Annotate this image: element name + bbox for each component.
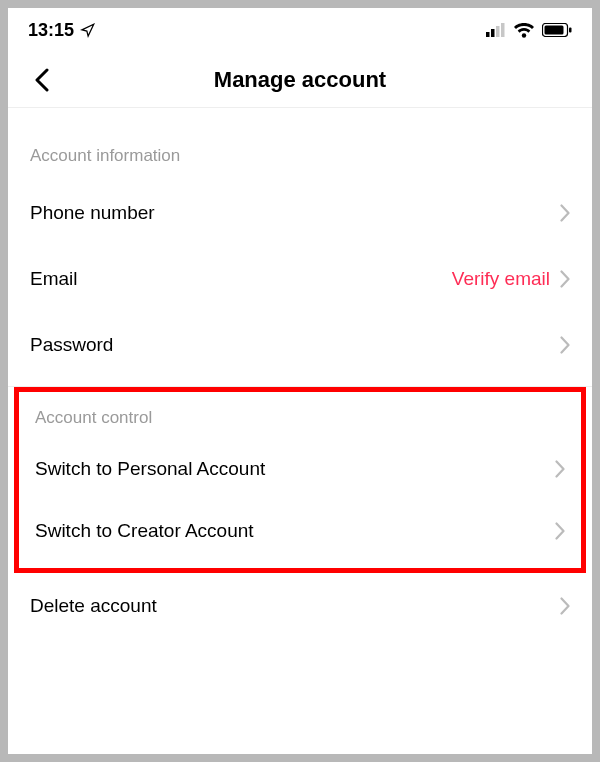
highlight-account-control: Account control Switch to Personal Accou… [14,387,586,573]
svg-point-4 [522,33,526,37]
chevron-right-icon [555,522,565,540]
row-switch-creator[interactable]: Switch to Creator Account [19,500,581,562]
row-label: Switch to Creator Account [35,520,254,542]
row-value-email: Verify email [452,268,550,290]
row-label: Email [30,268,78,290]
chevron-right-icon [555,460,565,478]
row-phone-number[interactable]: Phone number [8,180,592,246]
wifi-icon [514,23,534,38]
back-button[interactable] [22,60,62,100]
status-right [486,23,572,38]
location-icon [80,23,95,38]
status-time: 13:15 [28,20,74,41]
page-title: Manage account [8,67,592,93]
section-header-account-control: Account control [19,396,581,438]
svg-rect-0 [486,32,490,37]
svg-rect-1 [491,29,495,37]
chevron-right-icon [560,270,570,288]
svg-rect-2 [496,26,500,37]
svg-rect-3 [501,23,505,37]
battery-icon [542,23,572,37]
row-switch-personal[interactable]: Switch to Personal Account [19,438,581,500]
status-left: 13:15 [28,20,95,41]
status-bar: 13:15 [8,8,592,52]
settings-screen: 13:15 [8,8,592,754]
cellular-icon [486,23,506,37]
content: Account information Phone number Email V… [8,108,592,639]
row-label: Phone number [30,202,155,224]
nav-bar: Manage account [8,52,592,108]
row-label: Delete account [30,595,157,617]
chevron-left-icon [35,68,49,92]
row-label: Switch to Personal Account [35,458,265,480]
chevron-right-icon [560,336,570,354]
row-password[interactable]: Password [8,312,592,378]
svg-rect-7 [569,28,572,33]
chevron-right-icon [560,204,570,222]
row-delete-account[interactable]: Delete account [8,573,592,639]
svg-rect-6 [545,26,564,35]
row-email[interactable]: Email Verify email [8,246,592,312]
row-label: Password [30,334,113,356]
chevron-right-icon [560,597,570,615]
section-header-account-info: Account information [8,118,592,180]
